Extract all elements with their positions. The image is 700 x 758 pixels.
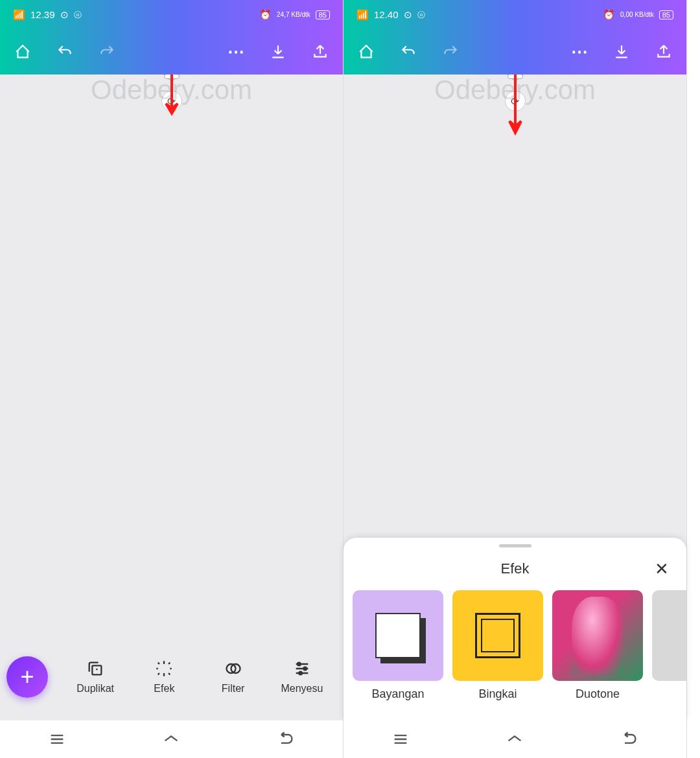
more-button[interactable]: ⋯ [226,42,246,62]
app-toolbar: ⋯ [344,29,686,75]
svg-rect-9 [92,665,101,674]
redo-button[interactable] [441,42,460,62]
tool-duplicate[interactable]: Duplikat [61,660,130,695]
status-time: 12.39 [30,9,55,20]
nav-menu-icon[interactable] [391,730,410,748]
bottom-toolbar: + Duplikat Efek Filter Menyesu [0,635,343,719]
duotone-icon [572,597,624,674]
annotation-arrow [508,75,523,139]
system-nav [344,720,686,758]
battery-icon: 85 [316,10,330,19]
status-bar: 📶 12.39 ⊙ ⦾ ⏰ 24,7 KB/dtk 85 [0,0,343,29]
tool-adjust[interactable]: Menyesu [268,660,336,695]
whatsapp-icon: ⊙ [404,9,412,21]
home-button[interactable] [13,42,32,62]
redo-button[interactable] [97,42,117,62]
shadow-icon [375,613,421,658]
nav-back-icon[interactable] [620,730,638,748]
tool-label: Efek [154,683,174,695]
download-button[interactable] [612,42,631,62]
undo-button[interactable] [55,42,75,62]
effect-photogenic[interactable]: Ph [652,590,686,701]
undo-button[interactable] [399,42,418,62]
phone-left: 📶 12.39 ⊙ ⦾ ⏰ 24,7 KB/dtk 85 ⋯ [0,0,344,758]
effect-label: Duotone [576,687,620,701]
alarm-icon: ⏰ [603,9,615,21]
signal-icon: 📶 [13,9,25,21]
close-button[interactable]: ✕ [650,557,673,580]
tool-effects[interactable]: Efek [130,660,198,695]
status-bar: 📶 12.40 ⊙ ⦾ ⏰ 0,00 KB/dtk 85 [344,0,686,29]
add-button[interactable]: + [6,656,48,698]
effect-bingkai[interactable]: Bingkai [452,590,543,701]
sheet-drag-handle[interactable] [499,544,531,547]
home-button[interactable] [356,42,376,62]
effect-duotone[interactable]: Duotone [552,590,643,701]
share-button[interactable] [654,42,673,62]
effect-label: Bayangan [371,687,424,701]
nav-menu-icon[interactable] [48,730,66,748]
svg-point-12 [298,663,301,666]
net-speed: 0,00 KB/dtk [620,11,654,18]
nav-home-icon[interactable] [162,730,180,748]
tool-label: Filter [222,683,245,695]
more-button[interactable]: ⋯ [570,42,589,62]
effect-bayangan[interactable]: Bayangan [353,590,443,701]
status-time: 12.40 [374,9,399,20]
svg-point-13 [303,667,307,671]
nav-home-icon[interactable] [506,730,524,748]
tool-label: Menyesu [281,683,323,695]
phone-right: 📶 12.40 ⊙ ⦾ ⏰ 0,00 KB/dtk 85 ⋯ [344,0,687,758]
annotation-arrow [164,75,180,120]
system-nav [0,720,343,758]
app-toolbar: ⋯ [0,29,343,75]
broadcast-icon: ⦾ [74,9,82,21]
effects-sheet: Efek ✕ Bayangan Bingkai Duotone Ph [344,538,686,720]
svg-point-14 [299,672,302,675]
effect-label: Bingkai [478,687,517,701]
battery-icon: 85 [659,10,673,19]
tool-label: Duplikat [76,683,114,695]
tool-filter[interactable]: Filter [199,660,268,695]
share-button[interactable] [310,42,330,62]
broadcast-icon: ⦾ [417,9,425,21]
effects-list[interactable]: Bayangan Bingkai Duotone Ph [344,590,686,701]
download-button[interactable] [268,42,288,62]
signal-icon: 📶 [356,9,369,21]
nav-back-icon[interactable] [277,730,295,748]
alarm-icon: ⏰ [259,9,272,21]
canvas-area[interactable]: ⟳ Odebery.com + Duplikat Efek Filter [0,75,343,758]
whatsapp-icon: ⊙ [60,9,69,21]
sheet-title: Efek [500,560,529,577]
frame-icon [475,613,520,658]
net-speed: 24,7 KB/dtk [277,11,310,18]
